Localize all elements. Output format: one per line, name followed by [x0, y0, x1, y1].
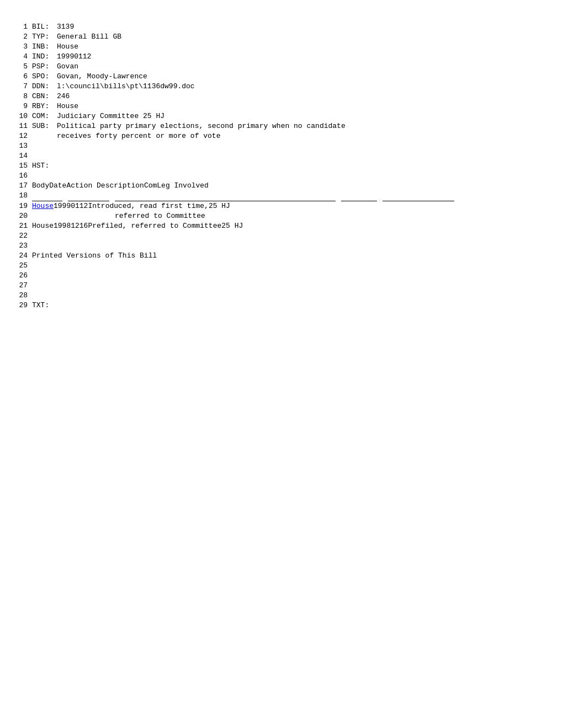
line-18: 18 [17, 191, 546, 201]
line-number: 28 [17, 291, 32, 301]
line-number: 1 [17, 22, 32, 32]
line-21: 21House19981216Prefiled, referred to Com… [17, 221, 546, 231]
history-col-body: House [32, 202, 54, 210]
field-value: l:\council\bills\pt\1136dw99.doc [57, 82, 195, 90]
line-13: 13 [17, 141, 546, 151]
field-label: SPO: [32, 72, 57, 82]
line-26: 26 [17, 271, 546, 281]
line-6: 6SPO:Govan, Moody-Lawrence [17, 72, 546, 82]
line-14: 14 [17, 151, 546, 161]
line-8: 8CBN:246 [17, 92, 546, 101]
line-4: 4IND:19990112 [17, 52, 546, 62]
col-header-leg: Leg Involved [157, 181, 209, 190]
field-value: Judiciary Committee 25 HJ [57, 112, 164, 120]
field-label: INB: [32, 42, 57, 52]
col-header-com: Com [144, 181, 157, 190]
line-2: 2TYP:General Bill GB [17, 32, 546, 42]
line-number: 20 [17, 211, 32, 221]
line-25: 25 [17, 261, 546, 271]
line-11: 11SUB:Political party primary elections,… [17, 121, 546, 131]
line-number: 4 [17, 52, 32, 62]
line-28: 28 [17, 291, 546, 301]
line-number: 12 [17, 131, 32, 141]
history-body-link[interactable]: House [32, 202, 54, 210]
line-17: 17BodyDateAction DescriptionComLeg Invol… [17, 181, 546, 191]
line-number: 15 [17, 161, 32, 171]
line-29: 29TXT: [17, 301, 546, 311]
field-label: RBY: [32, 101, 57, 111]
field-label: BIL: [32, 22, 57, 32]
field-label: SUB: [32, 121, 57, 131]
printed-versions-label: Printed Versions of This Bill [32, 251, 157, 260]
col-header-date: Date [49, 181, 66, 190]
line-9: 9RBY:House [17, 101, 546, 111]
line-3: 3INB:House [17, 42, 546, 52]
line-10: 10COM:Judiciary Committee 25 HJ [17, 111, 546, 121]
line-number: 8 [17, 92, 32, 101]
line-number: 21 [17, 221, 32, 231]
line-number: 22 [17, 231, 32, 241]
history-action-cont: referred to Committee [32, 212, 205, 220]
field-label: PSP: [32, 62, 57, 72]
line-number: 26 [17, 271, 32, 281]
line-22: 22 [17, 231, 546, 241]
history-col-action: Prefiled, referred to Committee [88, 222, 221, 230]
line-number: 13 [17, 141, 32, 151]
field-value: Political party primary elections, secon… [57, 122, 346, 130]
field-label: CBN: [32, 92, 57, 101]
line-number: 19 [17, 201, 32, 211]
field-value: 3139 [57, 23, 74, 31]
field-value: House [57, 42, 78, 51]
line-number: 3 [17, 42, 32, 52]
history-col-action: Introduced, read first time, [88, 202, 208, 210]
field-label: TXT: [32, 301, 57, 311]
history-col-com: 25 HJ [221, 222, 243, 230]
line-number: 11 [17, 121, 32, 131]
line-24: 24Printed Versions of This Bill [17, 251, 546, 261]
history-col-com: 25 HJ [209, 202, 230, 210]
field-label: HST: [32, 161, 57, 171]
history-col-date: 19981216 [54, 222, 88, 230]
field-label: IND: [32, 52, 57, 62]
line-number: 10 [17, 111, 32, 121]
field-value: House [57, 102, 78, 110]
history-col-body: House [32, 222, 54, 230]
line-16: 16 [17, 171, 546, 181]
field-value: Govan [57, 62, 78, 71]
line-number: 7 [17, 82, 32, 92]
line-20: 20referred to Committee [17, 211, 546, 221]
line-number: 24 [17, 251, 32, 261]
line-number: 5 [17, 62, 32, 72]
line-number: 27 [17, 281, 32, 291]
line-1: 1BIL:3139 [17, 22, 546, 32]
history-col-date: 19990112 [54, 202, 88, 210]
line-number: 9 [17, 101, 32, 111]
field-value: 19990112 [57, 52, 91, 61]
line-12: 12receives forty percent or more of vote [17, 131, 546, 141]
field-value: Govan, Moody-Lawrence [57, 72, 147, 81]
line-7: 7DDN:l:\council\bills\pt\1136dw99.doc [17, 82, 546, 92]
field-label: DDN: [32, 82, 57, 92]
col-header-body: Body [32, 181, 49, 190]
line-15: 15HST: [17, 161, 546, 171]
line-5: 5PSP:Govan [17, 62, 546, 72]
line-number: 23 [17, 241, 32, 251]
line-23: 23 [17, 241, 546, 251]
line-27: 27 [17, 281, 546, 291]
line-number: 2 [17, 32, 32, 42]
continuation-value: receives forty percent or more of vote [32, 132, 220, 140]
field-label: TYP: [32, 32, 57, 42]
line-number: 17 [17, 181, 32, 191]
line-number: 29 [17, 301, 32, 311]
line-19: 19House19990112Introduced, read first ti… [17, 201, 546, 211]
field-value: General Bill GB [57, 33, 121, 41]
line-number: 6 [17, 72, 32, 82]
line-number: 14 [17, 151, 32, 161]
col-header-action: Action Description [66, 181, 144, 190]
line-number: 16 [17, 171, 32, 181]
line-number: 18 [17, 191, 32, 201]
field-value: 246 [57, 92, 70, 100]
line-number: 25 [17, 261, 32, 271]
field-label: COM: [32, 111, 57, 121]
